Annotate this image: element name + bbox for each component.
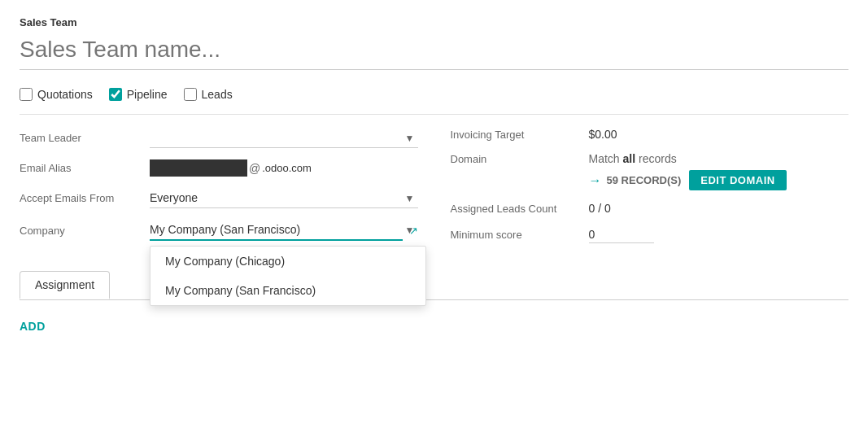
company-field: My Company (San Francisco) My Company (C… bbox=[150, 220, 418, 241]
form-right: Invoicing Target $0.00 Domain Match all … bbox=[451, 128, 849, 255]
accept-emails-select[interactable]: Everyone Authenticated Users Followers O… bbox=[150, 188, 418, 208]
domain-row: Domain Match all records bbox=[451, 152, 849, 165]
feature-checkboxes: Quotations Pipeline Leads bbox=[20, 83, 848, 106]
external-link-icon[interactable]: ↗ bbox=[409, 225, 418, 237]
edit-domain-button[interactable]: EDIT DOMAIN bbox=[689, 170, 786, 190]
invoicing-target-label: Invoicing Target bbox=[451, 129, 589, 141]
tab-assignment[interactable]: Assignment bbox=[20, 271, 110, 299]
email-local-part[interactable] bbox=[150, 159, 247, 177]
company-dropdown: My Company (Chicago) My Company (San Fra… bbox=[150, 246, 426, 306]
pipeline-checkbox[interactable]: Pipeline bbox=[109, 88, 168, 101]
team-leader-row: Team Leader ▼ bbox=[20, 128, 418, 148]
quotations-checkbox[interactable]: Quotations bbox=[20, 88, 93, 101]
email-alias-label: Email Alias bbox=[20, 162, 150, 174]
dropdown-item-sf[interactable]: My Company (San Francisco) bbox=[150, 276, 425, 305]
assigned-leads-value: 0 / 0 bbox=[589, 202, 611, 215]
at-sign: @ bbox=[249, 162, 260, 175]
assigned-leads-label: Assigned Leads Count bbox=[451, 203, 589, 215]
email-domain: .odoo.com bbox=[262, 162, 312, 174]
accept-emails-row: Accept Emails From Everyone Authenticate… bbox=[20, 188, 418, 208]
minimum-score-row: Minimum score bbox=[451, 226, 849, 243]
team-name-input[interactable] bbox=[20, 33, 848, 70]
team-leader-label: Team Leader bbox=[20, 132, 150, 144]
minimum-score-input[interactable] bbox=[589, 226, 654, 243]
quotations-checkbox-input[interactable] bbox=[20, 88, 33, 101]
team-leader-select[interactable] bbox=[150, 128, 418, 148]
invoicing-target-value: $0.00 bbox=[589, 128, 849, 141]
leads-checkbox-input[interactable] bbox=[184, 88, 197, 101]
email-alias-input-row: @ .odoo.com bbox=[150, 159, 418, 177]
minimum-score-label: Minimum score bbox=[451, 229, 589, 241]
dropdown-item-chicago[interactable]: My Company (Chicago) bbox=[150, 247, 425, 276]
form-left: Team Leader ▼ Email Alias @ .odoo.com bbox=[20, 128, 418, 255]
email-alias-row: Email Alias @ .odoo.com bbox=[20, 159, 418, 177]
section-divider bbox=[20, 114, 848, 115]
tab-section: Assignment bbox=[20, 271, 848, 300]
company-select[interactable]: My Company (San Francisco) My Company (C… bbox=[150, 220, 403, 241]
pipeline-label: Pipeline bbox=[127, 88, 168, 101]
add-button[interactable]: ADD bbox=[20, 307, 46, 346]
assigned-leads-row: Assigned Leads Count 0 / 0 bbox=[451, 202, 849, 215]
invoicing-target-row: Invoicing Target $0.00 bbox=[451, 128, 849, 141]
records-arrow-icon: → bbox=[589, 173, 602, 188]
team-leader-field: ▼ bbox=[150, 128, 418, 148]
records-count: 59 RECORD(S) bbox=[607, 174, 682, 186]
records-row: → 59 RECORD(S) EDIT DOMAIN bbox=[589, 170, 849, 190]
tab-bar: Assignment bbox=[20, 271, 848, 300]
leads-checkbox[interactable]: Leads bbox=[184, 88, 233, 101]
accept-emails-label: Accept Emails From bbox=[20, 192, 150, 204]
domain-match-text: Match all records bbox=[589, 152, 677, 165]
accept-emails-field: Everyone Authenticated Users Followers O… bbox=[150, 188, 418, 208]
sales-team-label: Sales Team bbox=[20, 16, 848, 28]
quotations-label: Quotations bbox=[37, 88, 93, 101]
pipeline-checkbox-input[interactable] bbox=[109, 88, 122, 101]
leads-label: Leads bbox=[202, 88, 233, 101]
footer: ADD bbox=[20, 300, 848, 352]
company-row: Company My Company (San Francisco) My Co… bbox=[20, 220, 418, 241]
email-alias-field: @ .odoo.com bbox=[150, 159, 418, 177]
domain-label: Domain bbox=[451, 153, 589, 165]
company-label: Company bbox=[20, 225, 150, 237]
form-body: Team Leader ▼ Email Alias @ .odoo.com bbox=[20, 128, 848, 255]
